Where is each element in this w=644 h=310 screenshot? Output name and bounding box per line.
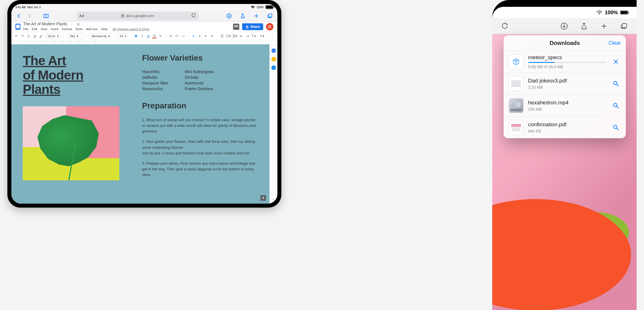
collapse-toolbar-button[interactable]: ˆ <box>270 33 275 39</box>
reader-button[interactable]: AA <box>79 14 84 18</box>
status-date: Mon Jun 3 <box>27 6 41 9</box>
zoom-select[interactable]: 161%▾ <box>45 33 61 39</box>
share-button[interactable] <box>580 22 588 30</box>
insert-link-button[interactable]: ⚭ <box>169 33 173 39</box>
downloads-button[interactable] <box>226 13 232 19</box>
reload-button[interactable] <box>501 22 509 30</box>
insert-comment-button[interactable]: 🗨 <box>175 33 179 39</box>
docs-logo-icon[interactable] <box>15 24 20 30</box>
clear-button[interactable]: Clear <box>608 40 621 46</box>
redo-button[interactable]: ↷ <box>20 33 25 39</box>
comments-button[interactable] <box>233 24 239 30</box>
forward-button[interactable] <box>26 13 33 19</box>
file-name: Dad jokesv3.pdf <box>528 78 606 84</box>
align-justify-button[interactable]: ≡ <box>210 33 214 39</box>
numbered-list-button[interactable]: ☷▾ <box>226 33 231 39</box>
folder-icon[interactable]: ▣ <box>76 22 80 26</box>
menu-format[interactable]: Format <box>62 27 72 31</box>
keep-addon-icon[interactable] <box>271 57 276 61</box>
highlight-button[interactable]: ✎ <box>158 33 163 39</box>
menu-help[interactable]: Help <box>101 27 107 31</box>
bold-button[interactable]: B <box>134 33 138 39</box>
svg-point-6 <box>511 104 517 109</box>
svg-point-7 <box>516 102 521 107</box>
share-label: Share <box>250 25 260 29</box>
align-center-button[interactable]: ≡ <box>197 33 202 39</box>
ipad-left-device: 9:41 AM Mon Jun 3 100% AA docs.google.co… <box>7 0 281 208</box>
account-avatar[interactable]: D <box>266 23 273 30</box>
flower-list: HyacinthsMini hydrangeas DaffodilsOrchid… <box>142 69 258 91</box>
svg-rect-1 <box>269 14 272 17</box>
menu-insert[interactable]: Insert <box>51 27 59 31</box>
menu-addons[interactable]: Add-ons <box>86 27 97 31</box>
download-row[interactable]: hexahedron.mp4 250 MB <box>504 94 626 116</box>
downloads-popover: Downloads Clear meteor_specs 9.68 MB of … <box>504 35 626 138</box>
section-preparation: Preparation <box>142 101 258 110</box>
gdoc-toolbar: ↶ ↷ ⎙ A̲ 🖌 161%▾ Title▾ Montserrat▾ 33▾ … <box>11 32 277 40</box>
editing-mode-button[interactable]: ✎▾ <box>260 33 264 39</box>
file-size: 9.68 MB of 28.4 MB <box>528 65 606 69</box>
file-name: meteor_specs <box>528 54 606 61</box>
download-row[interactable]: confirmation.pdf 840 KB <box>504 116 626 138</box>
tabs-button[interactable] <box>267 13 273 19</box>
file-name: hexahedron.mp4 <box>528 100 606 106</box>
save-status[interactable]: All changes saved in Drive <box>113 27 149 31</box>
file-name: confirmation.pdf <box>528 121 606 128</box>
status-time: 9:41 AM <box>15 6 26 9</box>
underline-button[interactable]: U <box>146 33 151 39</box>
gdoc-header: The Art of Modern Plants ☆ ▣ File Edit V… <box>11 22 277 32</box>
reveal-file-button[interactable] <box>611 79 621 88</box>
undo-button[interactable]: ↶ <box>14 33 19 39</box>
back-button[interactable] <box>15 13 22 19</box>
new-tab-button[interactable] <box>600 22 608 30</box>
download-row[interactable]: Dad jokesv3.pdf 2.25 MB <box>504 73 626 94</box>
font-select[interactable]: Montserrat▾ <box>89 33 112 39</box>
explore-button[interactable]: ✦ <box>260 195 266 201</box>
clear-format-button[interactable]: T✕ <box>252 33 256 39</box>
status-bar: 100% <box>492 7 637 18</box>
reveal-file-button[interactable] <box>611 123 621 132</box>
paint-format-button[interactable]: 🖌 <box>39 33 43 39</box>
url-field[interactable]: AA docs.google.com <box>76 12 199 20</box>
document-canvas[interactable]: The Art of Modern Plants Flower Varietie… <box>11 44 269 204</box>
star-icon[interactable]: ☆ <box>70 22 74 26</box>
increase-indent-button[interactable]: ⇥ <box>245 33 250 39</box>
download-row[interactable]: meteor_specs 9.68 MB of 28.4 MB <box>504 51 626 73</box>
file-size: 2.25 MB <box>528 85 606 90</box>
menu-edit[interactable]: Edit <box>32 27 37 31</box>
spellcheck-button[interactable]: A̲ <box>33 33 37 39</box>
insert-image-button[interactable]: ▭ <box>181 33 186 39</box>
lock-icon <box>121 14 124 18</box>
style-select[interactable]: Title▾ <box>67 33 83 39</box>
align-right-button[interactable]: ≡ <box>203 33 208 39</box>
new-tab-button[interactable] <box>253 13 260 19</box>
italic-button[interactable]: I <box>140 33 145 39</box>
align-left-button[interactable]: ≡ <box>191 33 196 39</box>
status-battery: 100% <box>256 6 264 9</box>
line-spacing-button[interactable]: ☰ <box>220 33 225 39</box>
menu-view[interactable]: View <box>41 27 47 31</box>
decrease-indent-button[interactable]: ⇤ <box>239 33 244 39</box>
bookmarks-button[interactable] <box>43 13 49 19</box>
downloads-button[interactable] <box>560 22 568 30</box>
hide-side-panel-button[interactable]: › <box>273 197 274 201</box>
fontsize-select[interactable]: 33▾ <box>118 33 128 39</box>
tabs-button[interactable] <box>620 22 628 30</box>
reveal-file-button[interactable] <box>611 101 621 110</box>
bulleted-list-button[interactable]: ☰▾ <box>232 33 237 39</box>
share-doc-button[interactable]: Share <box>242 23 263 30</box>
calendar-addon-icon[interactable] <box>271 48 276 53</box>
svg-rect-8 <box>511 109 522 111</box>
tasks-addon-icon[interactable] <box>271 65 276 70</box>
reload-button[interactable] <box>192 13 196 18</box>
cancel-download-button[interactable] <box>611 57 621 67</box>
doc-title[interactable]: The Art of Modern Plants <box>23 22 67 26</box>
ruler[interactable]: 1 . . . . . 1 . . . . . 2 . . . . . 3 . … <box>11 40 277 44</box>
share-button[interactable] <box>239 13 246 19</box>
status-battery: 100% <box>605 10 618 16</box>
print-button[interactable]: ⎙ <box>26 33 31 39</box>
text-color-button[interactable]: A <box>152 34 157 38</box>
menu-tools[interactable]: Tools <box>75 27 83 31</box>
menu-file[interactable]: File <box>23 27 28 31</box>
safari-toolbar <box>492 18 637 34</box>
